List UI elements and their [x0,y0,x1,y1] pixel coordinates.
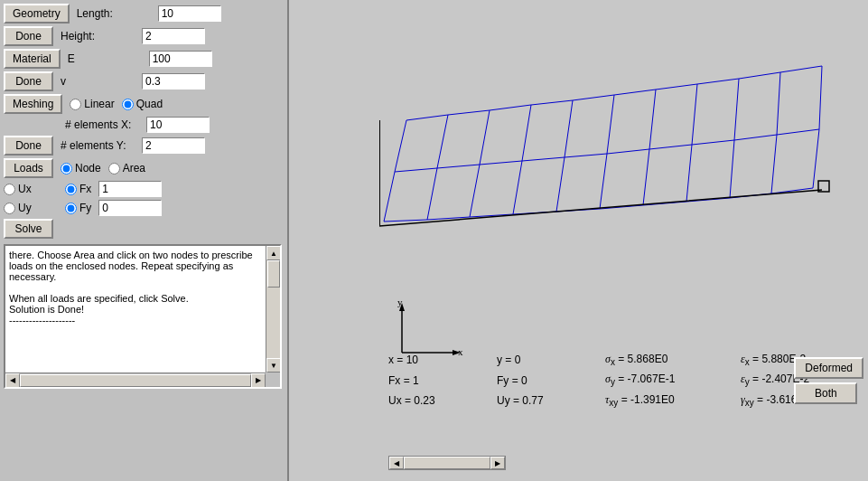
h-scroll-thumb[interactable] [20,374,251,387]
meshing-button[interactable]: Meshing [4,94,62,114]
done-button-1[interactable]: Done [4,26,53,46]
elements-x-label: # elements X: [65,118,146,131]
data-rows: x = 10 y = 0 σx = 5.868E0 εx = 5.880E-2 … [388,353,858,413]
solve-row: Solve [4,219,285,239]
elements-y-label: # elements Y: [61,139,142,152]
fy-input[interactable] [98,200,162,216]
svg-line-5 [480,110,490,165]
svg-line-7 [522,105,531,161]
y-value: y = 0 [497,354,587,366]
tau-xy-value: -1.391E0 [630,393,675,406]
svg-line-4 [470,165,480,217]
sigma-x-sub: x [611,357,615,367]
bottom-scrollbar[interactable]: ◀ ▶ [388,456,506,470]
uy-radio-label[interactable]: Uy [4,202,58,214]
scroll-corner [266,373,280,387]
data-row-1: x = 10 y = 0 σx = 5.868E0 εx = 5.880E-2 [388,353,858,367]
done3-row: Done # elements Y: [4,136,285,156]
svg-line-19 [777,72,780,135]
svg-line-20 [813,129,819,188]
svg-line-2 [427,168,437,220]
data-row-2: Fx = 1 Fy = 0 σy = -7.067E-1 εy = -2.407… [388,373,858,387]
fy-radio-label[interactable]: Fy [65,202,91,214]
uy-radio[interactable] [4,203,15,214]
node-radio[interactable] [61,163,72,174]
loads-button[interactable]: Loads [4,158,53,178]
epsilon-x-sub: x [745,357,750,367]
scroll-right-btn[interactable]: ▶ [251,373,266,388]
elements-x-input[interactable] [146,117,210,133]
v-input[interactable] [142,73,205,90]
left-panel: Geometry Length: Done Height: Material E… [0,0,289,481]
height-label: Height: [61,30,142,42]
fx-radio-label[interactable]: Fx [65,183,91,195]
svg-text:y: y [397,298,403,307]
scroll-right-arrow[interactable]: ▶ [490,457,505,469]
quad-radio[interactable] [122,99,134,110]
fx-input[interactable] [98,181,162,197]
sigma-y-display: σy = -7.067E-1 [605,373,723,387]
fx-display-value: Fx = 1 [388,374,479,387]
sigma-y-value: -7.067E-1 [628,373,676,385]
material-row: Material E [4,49,285,69]
scroll-thumb[interactable] [267,260,280,288]
uy-fy-row: Uy Fy [4,200,285,216]
v-label: v [61,75,142,88]
linear-radio[interactable] [70,99,81,110]
svg-line-0 [384,172,395,222]
node-radio-label[interactable]: Node [61,162,101,174]
done-button-2[interactable]: Done [4,71,53,91]
scroll-left-arrow[interactable]: ◀ [389,457,404,469]
fy-radio[interactable] [65,203,77,214]
scroll-left-btn[interactable]: ◀ [5,373,20,388]
scroll-down-btn[interactable]: ▼ [266,358,281,373]
ux-radio-label[interactable]: Ux [4,183,58,195]
ux-radio[interactable] [4,184,15,195]
material-button[interactable]: Material [4,49,61,69]
loads-row: Loads Node Area [4,158,285,178]
deformed-button[interactable]: Deformed [794,357,863,379]
e-label: E [68,52,149,65]
ux-display-value: Ux = 0.23 [388,394,479,407]
tau-xy-display: τxy = -1.391E0 [605,393,723,408]
solve-button[interactable]: Solve [4,219,53,239]
svg-line-1 [395,120,406,172]
x-value: x = 10 [388,354,479,366]
geometry-button[interactable]: Geometry [4,4,70,24]
done1-row: Done Height: [4,26,285,46]
svg-line-15 [692,84,697,145]
svg-line-14 [686,145,692,202]
height-input[interactable] [142,28,205,44]
horizontal-scrollbar[interactable]: ◀ ▶ [5,373,266,387]
svg-line-31 [379,190,822,226]
area-label: Area [123,162,145,174]
e-input[interactable] [149,51,212,67]
sigma-x-display: σx = 5.868E0 [605,353,723,367]
geometry-row: Geometry Length: [4,4,285,24]
quad-radio-label[interactable]: Quad [122,98,163,110]
done2-row: Done v [4,71,285,91]
uy-display-value: Uy = 0.77 [497,394,587,407]
fx-radio[interactable] [65,184,77,195]
sigma-y-sub: y [611,378,615,388]
elements-y-input[interactable] [142,137,205,154]
output-text: there. Choose Area and click on two node… [5,246,280,373]
done-button-3[interactable]: Done [4,136,53,156]
mesh-canvas [379,18,849,271]
elements-x-row: # elements X: [4,117,285,133]
scroll-up-btn[interactable]: ▲ [266,246,281,260]
node-label: Node [75,162,101,174]
linear-label: Linear [84,98,114,110]
area-radio-label[interactable]: Area [108,162,145,174]
side-buttons: Deformed Both [794,357,863,408]
area-radio[interactable] [108,163,120,174]
fy-label: Fy [79,202,91,214]
scroll-thumb-h[interactable] [404,457,490,469]
data-row-3: Ux = 0.23 Uy = 0.77 τxy = -1.391E0 γxy =… [388,393,858,408]
linear-radio-label[interactable]: Linear [70,98,114,110]
both-button[interactable]: Both [794,382,857,404]
length-input[interactable] [158,5,221,22]
vertical-scrollbar[interactable]: ▲ ▼ [266,246,280,373]
ux-fx-row: Ux Fx [4,181,285,197]
tau-xy-sub: xy [609,398,618,408]
